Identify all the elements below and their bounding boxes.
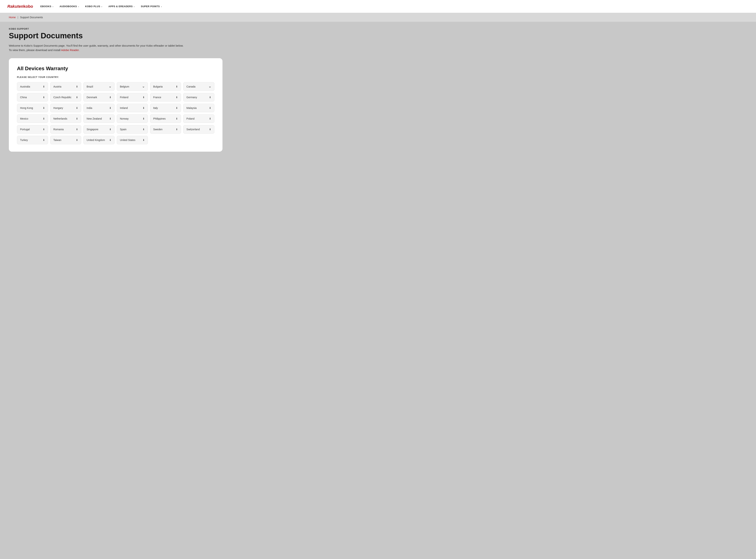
country-name: Hong Kong xyxy=(20,107,33,109)
nav-label: APPS & eREADERS xyxy=(109,5,133,8)
country-button-portugal[interactable]: Portugal xyxy=(17,125,48,134)
chevron-down-icon xyxy=(109,85,111,88)
download-icon xyxy=(142,106,145,110)
country-name: Hungary xyxy=(53,107,63,109)
download-icon xyxy=(142,138,145,142)
country-button-italy[interactable]: Italy xyxy=(150,104,181,112)
country-name: Philippines xyxy=(153,117,166,120)
country-name: Finland xyxy=(120,96,128,99)
nav-chevron: ⌄ xyxy=(52,5,54,7)
site-header: Rakuten kobo eBOOKS⌄AUDIOBOOKS⌄KOBO PLUS… xyxy=(0,0,756,13)
country-button-finland[interactable]: Finland xyxy=(117,93,148,102)
logo-kobo: kobo xyxy=(23,4,33,9)
country-name: Denmark xyxy=(87,96,97,99)
nav-label: AUDIOBOOKS xyxy=(60,5,77,8)
country-button-united-kingdom[interactable]: United Kingdom xyxy=(84,136,115,144)
country-button-belgium[interactable]: Belgium xyxy=(117,82,148,91)
country-button-hungary[interactable]: Hungary xyxy=(50,104,82,112)
country-button-united-states[interactable]: United States xyxy=(117,136,148,144)
country-button-poland[interactable]: Poland xyxy=(183,114,214,123)
country-button-malaysia[interactable]: Malaysia xyxy=(183,104,214,112)
nav-label: SUPER POINTS xyxy=(141,5,160,8)
download-icon xyxy=(176,128,178,131)
country-button-mexico[interactable]: Mexico xyxy=(17,114,48,123)
country-button-australia[interactable]: Australia xyxy=(17,82,48,91)
download-icon xyxy=(142,96,145,99)
country-grid: AustraliaAustriaBrazilBelgiumBulgariaCan… xyxy=(17,82,214,144)
country-name: France xyxy=(153,96,161,99)
country-button-sweden[interactable]: Sweden xyxy=(150,125,181,134)
country-button-romania[interactable]: Romania xyxy=(50,125,82,134)
download-icon xyxy=(209,106,211,110)
nav-item-kobo_plus[interactable]: KOBO PLUS⌄ xyxy=(85,5,102,8)
download-icon xyxy=(76,128,78,131)
download-icon xyxy=(43,138,45,142)
country-button-denmark[interactable]: Denmark xyxy=(84,93,115,102)
country-button-china[interactable]: China xyxy=(17,93,48,102)
download-icon xyxy=(176,85,178,88)
country-button-india[interactable]: India xyxy=(84,104,115,112)
country-button-canada[interactable]: Canada xyxy=(183,82,214,91)
breadcrumb-home-link[interactable]: Home xyxy=(9,16,16,19)
nav-label: eBOOKS xyxy=(40,5,51,8)
country-name: Norway xyxy=(120,117,129,120)
download-icon xyxy=(43,96,45,99)
nav-item-audiobooks[interactable]: AUDIOBOOKS⌄ xyxy=(60,5,79,8)
download-icon xyxy=(176,117,178,120)
country-name: Germany xyxy=(186,96,197,99)
country-name: Taiwan xyxy=(53,138,62,141)
nav-item-super_points[interactable]: SUPER POINTS⌄ xyxy=(141,5,162,8)
card-title: All Devices Warranty xyxy=(17,66,214,71)
page-description: Welcome to Kobo's Support Documents page… xyxy=(9,44,186,52)
country-name: United States xyxy=(120,138,135,141)
warranty-card: All Devices Warranty PLEASE SELECT YOUR … xyxy=(9,58,223,152)
country-button-hong-kong[interactable]: Hong Kong xyxy=(17,104,48,112)
download-icon xyxy=(109,128,111,131)
download-icon xyxy=(76,117,78,120)
nav-label: KOBO PLUS xyxy=(85,5,100,8)
country-button-turkey[interactable]: Turkey xyxy=(17,136,48,144)
download-icon xyxy=(76,106,78,110)
download-icon xyxy=(109,96,111,99)
breadcrumb-separator: | xyxy=(18,16,18,19)
country-button-bulgaria[interactable]: Bulgaria xyxy=(150,82,181,91)
country-button-netherlands[interactable]: Netherlands xyxy=(50,114,82,123)
nav-item-ebooks[interactable]: eBOOKS⌄ xyxy=(40,5,53,8)
download-icon xyxy=(43,106,45,110)
country-button-norway[interactable]: Norway xyxy=(117,114,148,123)
country-name: Canada xyxy=(186,85,196,88)
country-button-ireland[interactable]: Ireland xyxy=(117,104,148,112)
select-country-label: PLEASE SELECT YOUR COUNTRY: xyxy=(17,76,214,79)
country-name: Czech Republic xyxy=(53,96,71,99)
download-icon xyxy=(109,117,111,120)
download-icon xyxy=(76,96,78,99)
country-name: Austria xyxy=(53,85,62,88)
site-logo[interactable]: Rakuten kobo xyxy=(7,4,33,9)
download-icon xyxy=(176,106,178,110)
nav-item-apps_ereaders[interactable]: APPS & eREADERS⌄ xyxy=(109,5,135,8)
download-icon xyxy=(142,117,145,120)
nav-chevron: ⌄ xyxy=(161,5,162,7)
country-button-switzerland[interactable]: Switzerland xyxy=(183,125,214,134)
breadcrumb: Home | Support Documents xyxy=(0,13,756,22)
nav-chevron: ⌄ xyxy=(78,5,79,7)
country-button-brazil[interactable]: Brazil xyxy=(84,82,115,91)
download-icon xyxy=(43,117,45,120)
country-button-czech-republic[interactable]: Czech Republic xyxy=(50,93,82,102)
country-name: Bulgaria xyxy=(153,85,163,88)
country-button-austria[interactable]: Austria xyxy=(50,82,82,91)
adobe-reader-link[interactable]: Adobe Reader. xyxy=(61,48,79,51)
country-button-new-zealand[interactable]: New Zealand xyxy=(84,114,115,123)
country-button-taiwan[interactable]: Taiwan xyxy=(50,136,82,144)
chevron-down-icon xyxy=(142,85,145,88)
country-name: Poland xyxy=(186,117,194,120)
country-button-france[interactable]: France xyxy=(150,93,181,102)
country-button-philippines[interactable]: Philippines xyxy=(150,114,181,123)
country-button-spain[interactable]: Spain xyxy=(117,125,148,134)
logo-rakuten: Rakuten xyxy=(7,4,23,9)
country-name: New Zealand xyxy=(87,117,102,120)
country-button-singapore[interactable]: Singapore xyxy=(84,125,115,134)
download-icon xyxy=(109,138,111,142)
country-button-germany[interactable]: Germany xyxy=(183,93,214,102)
download-icon xyxy=(43,85,45,88)
